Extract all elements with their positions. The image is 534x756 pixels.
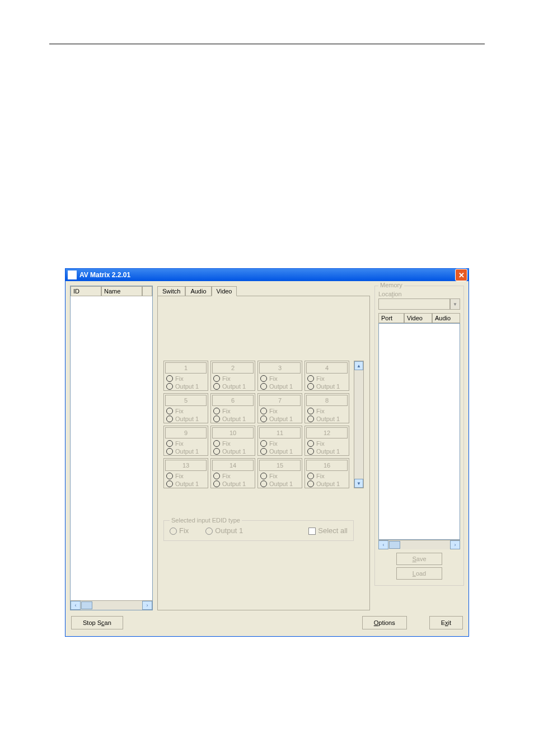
radio-fix[interactable]: Fix [258,375,302,382]
chevron-down-icon[interactable]: ▼ [450,298,460,310]
input-number[interactable]: 7 [259,395,301,406]
radio-fix[interactable]: Fix [164,472,208,480]
radio-fix[interactable]: Fix [305,472,349,480]
bottom-bar: Stop Scan Options Exit [70,614,464,632]
window-title: AV Matrix 2.2.01 [79,271,455,279]
input-grid-vscroll[interactable]: ▲ ▼ [354,361,364,488]
radio-fix[interactable]: Fix [211,472,255,480]
radio-icon [213,473,220,479]
edid-radio-fix[interactable]: Fix [170,526,189,535]
edid-radio-output1[interactable]: Output 1 [205,526,243,535]
load-button[interactable]: Load [396,567,442,580]
radio-fix[interactable]: Fix [211,375,255,382]
radio-output[interactable]: Output 1 [305,382,349,390]
radio-fix[interactable]: Fix [305,375,349,382]
col-name[interactable]: Name [101,286,142,296]
scroll-right-icon[interactable]: › [450,540,460,549]
radio-output[interactable]: Output 1 [211,480,255,488]
scroll-left-icon[interactable]: ‹ [378,540,388,549]
device-list[interactable]: ID Name ‹ › [70,286,153,610]
device-list-hscroll[interactable]: ‹ › [71,600,152,610]
input-number[interactable]: 14 [212,460,254,471]
input-cell: 15 Fix Output 1 [257,458,302,488]
radio-output[interactable]: Output 1 [258,415,302,423]
tab-audio[interactable]: Audio [185,286,211,296]
tab-strip: Switch Audio Video [157,286,370,296]
col-video[interactable]: Video [404,313,432,323]
input-number[interactable]: 9 [165,427,207,438]
scroll-left-icon[interactable]: ‹ [71,601,81,610]
radio-icon [307,408,314,414]
radio-output[interactable]: Output 1 [305,447,349,455]
radio-fix[interactable]: Fix [211,440,255,447]
radio-fix[interactable]: Fix [211,407,255,415]
input-cell: 6 Fix Output 1 [210,393,255,423]
memory-list[interactable] [378,323,460,540]
radio-icon [260,375,267,382]
page-divider [49,44,485,44]
radio-icon [260,473,267,479]
client-area: ID Name ‹ › Switch Au [65,281,469,636]
radio-icon [213,383,220,390]
radio-fix[interactable]: Fix [164,440,208,447]
radio-fix[interactable]: Fix [305,440,349,447]
radio-output[interactable]: Output 1 [211,415,255,423]
radio-output[interactable]: Output 1 [258,382,302,390]
radio-fix[interactable]: Fix [258,407,302,415]
tab-video[interactable]: Video [212,286,237,296]
exit-button[interactable]: Exit [429,616,463,629]
input-number[interactable]: 13 [165,460,207,471]
device-list-body[interactable] [71,296,152,600]
radio-fix[interactable]: Fix [258,440,302,447]
input-cell: 3 Fix Output 1 [257,361,302,391]
app-window: AV Matrix 2.2.01 ✕ ID Name ‹ [65,268,469,637]
close-button[interactable]: ✕ [455,269,467,281]
input-number[interactable]: 1 [165,362,207,374]
stop-scan-button[interactable]: Stop Scan [71,616,123,629]
input-number[interactable]: 4 [306,362,348,374]
tab-switch[interactable]: Switch [157,286,185,296]
radio-output[interactable]: Output 1 [258,447,302,455]
col-id[interactable]: ID [71,286,101,296]
scroll-thumb[interactable] [389,541,400,549]
input-number[interactable]: 11 [259,427,301,438]
memory-hscroll[interactable]: ‹ › [378,540,460,549]
radio-output[interactable]: Output 1 [305,415,349,423]
radio-output[interactable]: Output 1 [258,480,302,488]
input-number[interactable]: 8 [306,395,348,406]
radio-fix[interactable]: Fix [164,375,208,382]
save-button[interactable]: Save [396,553,442,565]
input-number[interactable]: 2 [212,362,254,374]
input-number[interactable]: 12 [306,427,348,438]
edid-select-all[interactable]: Select all [308,526,348,535]
col-extra[interactable] [142,286,152,296]
options-button[interactable]: Options [362,616,407,629]
radio-output[interactable]: Output 1 [164,480,208,488]
input-number[interactable]: 16 [306,460,348,471]
radio-output[interactable]: Output 1 [305,480,349,488]
scroll-right-icon[interactable]: › [142,601,152,610]
radio-output[interactable]: Output 1 [164,447,208,455]
scroll-up-icon[interactable]: ▲ [354,361,363,370]
radio-output[interactable]: Output 1 [211,382,255,390]
scroll-thumb[interactable] [81,601,92,609]
edid-row: Fix Output 1 Select all [170,526,348,535]
input-number[interactable]: 10 [212,427,254,438]
radio-output[interactable]: Output 1 [164,415,208,423]
col-audio[interactable]: Audio [432,313,460,323]
input-number[interactable]: 15 [259,460,301,471]
radio-output[interactable]: Output 1 [211,447,255,455]
radio-fix[interactable]: Fix [164,407,208,415]
radio-icon [166,416,173,422]
input-number[interactable]: 6 [212,395,254,406]
location-combo[interactable]: ▼ [378,298,460,310]
scroll-down-icon[interactable]: ▼ [354,479,363,488]
device-list-panel: ID Name ‹ › [70,286,153,610]
input-number[interactable]: 5 [165,395,207,406]
col-port[interactable]: Port [378,313,404,323]
location-input[interactable] [378,298,450,310]
radio-output[interactable]: Output 1 [164,382,208,390]
radio-fix[interactable]: Fix [258,472,302,480]
input-number[interactable]: 3 [259,362,301,374]
radio-fix[interactable]: Fix [305,407,349,415]
